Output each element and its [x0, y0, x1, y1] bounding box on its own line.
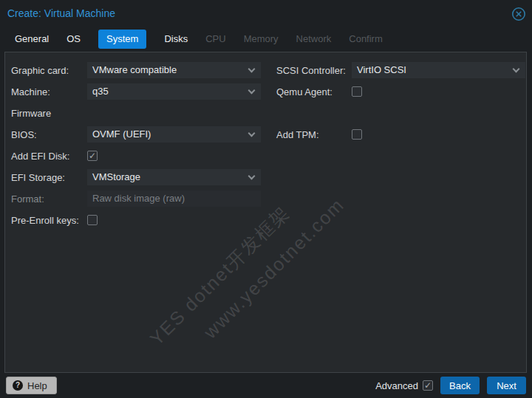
machine-value: q35 — [92, 86, 109, 97]
wizard-tabbar: General OS System Disks CPU Memory Netwo… — [15, 30, 383, 49]
qemu-agent-checkbox[interactable] — [352, 86, 362, 97]
chevron-down-icon — [248, 130, 256, 137]
form-row: Graphic card: VMware compatible SCSI Con… — [5, 62, 526, 83]
tab-memory: Memory — [244, 30, 279, 49]
pre-enroll-keys-label: Pre-Enroll keys: — [11, 215, 79, 226]
chevron-down-icon — [248, 66, 256, 73]
graphic-card-label: Graphic card: — [11, 65, 69, 76]
pre-enroll-keys-checkbox[interactable] — [87, 215, 98, 225]
firmware-section-label: Firmware — [11, 108, 51, 119]
scsi-controller-value: VirtIO SCSI — [357, 64, 406, 75]
tab-system[interactable]: System — [98, 30, 146, 49]
efi-storage-label: EFI Storage: — [11, 172, 65, 183]
tab-network: Network — [296, 30, 332, 49]
form-row: BIOS: OVMF (UEFI) Add TPM: — [5, 126, 526, 148]
help-button-label: Help — [27, 380, 47, 391]
dialog-titlebar: Create: Virtual Machine — [0, 0, 532, 28]
chevron-down-icon — [248, 87, 256, 95]
form-row: Add EFI Disk: — [5, 148, 526, 169]
chevron-down-icon — [513, 66, 520, 73]
add-efi-disk-checkbox[interactable] — [87, 151, 98, 161]
machine-dropdown[interactable]: q35 — [87, 83, 261, 100]
efi-storage-value: VMStorage — [92, 171, 140, 182]
tab-cpu: CPU — [205, 30, 225, 49]
add-efi-disk-label: Add EFI Disk: — [11, 151, 69, 162]
close-icon[interactable] — [511, 7, 526, 21]
format-field-disabled: Raw disk image (raw) — [87, 191, 261, 207]
system-form-panel: Graphic card: VMware compatible SCSI Con… — [4, 52, 527, 373]
back-button[interactable]: Back — [440, 377, 480, 394]
tab-disks[interactable]: Disks — [164, 30, 188, 49]
next-button[interactable]: Next — [487, 377, 526, 394]
add-tpm-label: Add TPM: — [276, 129, 319, 140]
help-button[interactable]: ? Help — [6, 377, 57, 394]
tab-confirm: Confirm — [349, 30, 383, 49]
footer-toolbar: ? Help Advanced Back Next — [0, 373, 532, 398]
bios-value: OVMF (UEFI) — [92, 128, 151, 140]
qemu-agent-label: Qemu Agent: — [276, 86, 332, 97]
dialog-title: Create: Virtual Machine — [7, 7, 115, 19]
machine-label: Machine: — [11, 86, 50, 97]
format-value: Raw disk image (raw) — [92, 193, 185, 204]
scsi-controller-label: SCSI Controller: — [276, 65, 346, 76]
format-label: Format: — [11, 193, 44, 205]
graphic-card-value: VMware compatible — [92, 64, 177, 75]
question-circle-icon: ? — [13, 380, 23, 391]
form-row: Format: Raw disk image (raw) — [5, 191, 526, 212]
add-tpm-checkbox[interactable] — [352, 129, 362, 140]
efi-storage-dropdown[interactable]: VMStorage — [87, 169, 261, 185]
bios-label: BIOS: — [11, 129, 37, 140]
scsi-controller-dropdown[interactable]: VirtIO SCSI — [352, 62, 525, 78]
graphic-card-dropdown[interactable]: VMware compatible — [87, 62, 261, 78]
tab-general[interactable]: General — [15, 30, 49, 49]
bios-dropdown[interactable]: OVMF (UEFI) — [87, 126, 261, 143]
advanced-checkbox[interactable] — [423, 380, 433, 391]
form-row: Firmware — [5, 105, 526, 126]
form-row: Machine: q35 Qemu Agent: — [5, 83, 526, 105]
tab-os[interactable]: OS — [66, 30, 81, 49]
form-row: Pre-Enroll keys: — [5, 212, 526, 233]
chevron-down-icon — [248, 173, 256, 180]
advanced-label: Advanced — [375, 380, 418, 391]
form-row: EFI Storage: VMStorage — [5, 169, 526, 191]
